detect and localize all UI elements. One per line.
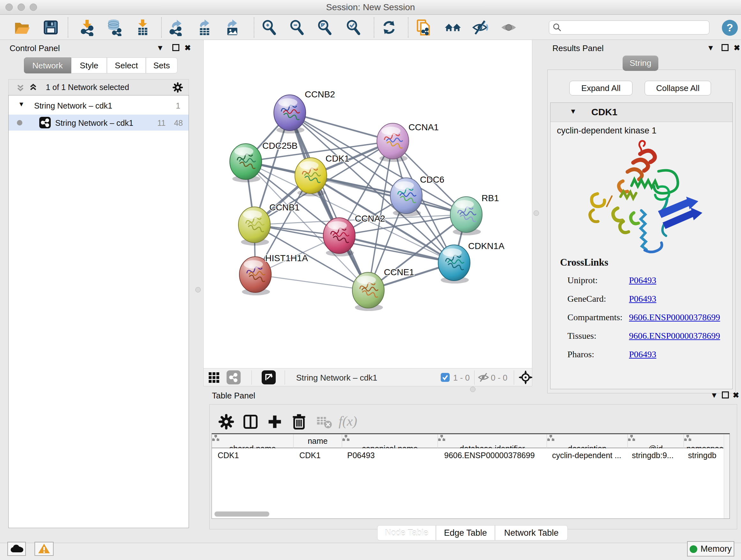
table-cell[interactable]: stringdb:9... [632,451,680,460]
grid-view-icon[interactable] [208,372,220,384]
node-label-CCNA1: CCNA1 [408,122,439,132]
import-table-file-icon[interactable] [134,19,151,36]
table-vertical-scrollbar[interactable] [724,434,730,518]
crosslink-link[interactable]: 9606.ENSP00000378699 [629,312,720,322]
cloud-status-button[interactable] [7,542,26,556]
panel-menu-icon[interactable]: ▼ [707,44,715,52]
tab-style[interactable]: Style [71,57,107,73]
crosslink-link[interactable]: 9606.ENSP00000378699 [629,331,720,341]
node-count: 11 [157,118,165,128]
tab-network-table[interactable]: Network Table [495,525,568,541]
add-column-icon[interactable] [266,413,284,431]
table-cell[interactable]: 9606.ENSP00000378699 [444,451,546,460]
column-header[interactable]: shared name [212,434,293,448]
hide-selected-eye-slash-icon[interactable] [472,19,489,36]
network-canvas[interactable]: CCNB2CCNA1CDC25BCDK1CDC6RB1CCNB1CCNA2CDK… [203,40,532,368]
table-cell[interactable]: P06493 [347,451,435,460]
close-panel-icon[interactable]: ✖ [185,44,191,52]
table-cell[interactable]: stringdb [688,451,726,460]
table-horizontal-scrollbar[interactable] [214,511,269,516]
export-table-icon[interactable] [196,19,213,36]
expand-all-button[interactable]: Expand All [569,81,632,96]
memory-status-dot-icon [690,545,697,553]
network-node-CCNA1 [377,123,409,162]
hidden-counts: 0 - 0 [491,373,508,383]
zoom-out-icon[interactable] [288,19,306,36]
splitter-handle[interactable] [534,210,539,216]
tab-edge-table[interactable]: Edge Table [436,525,495,541]
import-network-file-icon[interactable] [78,19,96,36]
column-header[interactable]: namespace [684,434,730,448]
close-panel-icon[interactable]: ✖ [734,44,740,52]
help-button[interactable]: ? [722,20,738,36]
panel-menu-icon[interactable]: ▼ [711,391,718,400]
network-node-RB1 [450,197,482,235]
network-node-CDC25B [230,144,262,182]
gene-name: CDK1 [591,107,617,118]
node-label-CDK1: CDK1 [326,153,349,164]
float-panel-icon[interactable] [722,44,729,53]
search-icon [553,23,562,32]
tab-string[interactable]: String [623,56,658,71]
float-panel-icon[interactable] [172,44,179,53]
column-header[interactable]: description [547,434,628,448]
delete-column-trash-icon[interactable] [290,413,308,431]
warnings-button[interactable] [35,542,54,556]
cloud-icon [10,543,23,554]
tab-sets[interactable]: Sets [146,57,178,73]
selected-checkbox-icon[interactable] [441,373,450,382]
birdseye-crosshair-icon[interactable] [519,371,532,384]
table-settings-gear-icon[interactable] [217,413,235,431]
search-input[interactable] [549,20,710,35]
gene-section-header[interactable]: ▼ CDK1 [550,103,732,122]
refresh-icon[interactable] [381,19,398,36]
splitter-handle[interactable] [195,287,201,293]
node-table: shared name name canonical name database… [212,433,730,519]
network-collection-row[interactable]: ▼ String Network – cdk1 1 [9,98,189,113]
collapse-triangle-icon[interactable]: ▼ [18,101,24,108]
column-header[interactable]: name [293,434,342,448]
export-image-icon[interactable] [224,19,241,36]
tab-node-table[interactable]: Node Table [377,525,436,541]
toolbar-separator [161,17,162,38]
close-panel-icon[interactable]: ✖ [733,391,739,400]
save-session-icon[interactable] [42,19,59,36]
table-cell[interactable]: CDK1 [299,451,341,460]
crosslink-link[interactable]: P06493 [629,275,657,286]
import-network-database-icon[interactable] [106,19,123,36]
collapse-all-button[interactable]: Collapse All [645,81,711,96]
table-box: f(x) shared name name canonical name dat… [209,404,737,530]
network-row-selected[interactable]: String Network – cdk1 11 48 [9,115,189,131]
tab-network[interactable]: Network [24,57,71,73]
delete-table-icon-disabled [315,413,333,431]
show-columns-icon[interactable] [242,413,259,431]
column-header[interactable]: canonical name [342,434,438,448]
crosslink-link[interactable]: P06493 [629,349,657,360]
detach-view-icon[interactable] [262,370,276,384]
protein-structure-image [560,137,720,255]
string-view-icon[interactable] [226,370,241,384]
network-options-gear-icon[interactable] [172,82,184,93]
home-pages-icon[interactable] [444,19,461,36]
control-panel: Control Panel ▼ ✖ Network Style Select S… [3,41,191,533]
collapse-triangle-icon[interactable]: ▼ [569,107,577,116]
zoom-in-icon[interactable] [261,19,278,36]
memory-button[interactable]: Memory [687,541,734,557]
tab-select[interactable]: Select [107,57,146,73]
panel-menu-icon[interactable]: ▼ [156,44,164,52]
open-session-icon[interactable] [13,19,30,36]
network-node-CCNB2 [274,95,306,133]
table-cell[interactable]: cyclin-dependent ... [552,451,625,460]
zoom-selected-icon[interactable] [345,19,362,36]
column-header[interactable]: @id [628,434,684,448]
export-network-icon[interactable] [168,19,185,36]
zoom-fit-icon[interactable] [316,19,333,36]
crosslink-link[interactable]: P06493 [629,294,657,304]
show-all-eye-icon[interactable] [500,19,517,36]
column-header[interactable]: database identifier [438,434,547,448]
table-cell[interactable]: CDK1 [218,451,291,460]
table-panel: Table Panel ▼ ✖ f(x) shared name name ca… [207,389,739,544]
float-panel-icon[interactable] [722,391,729,400]
clone-network-icon[interactable] [415,19,433,36]
results-panel-title: Results Panel [552,44,603,53]
